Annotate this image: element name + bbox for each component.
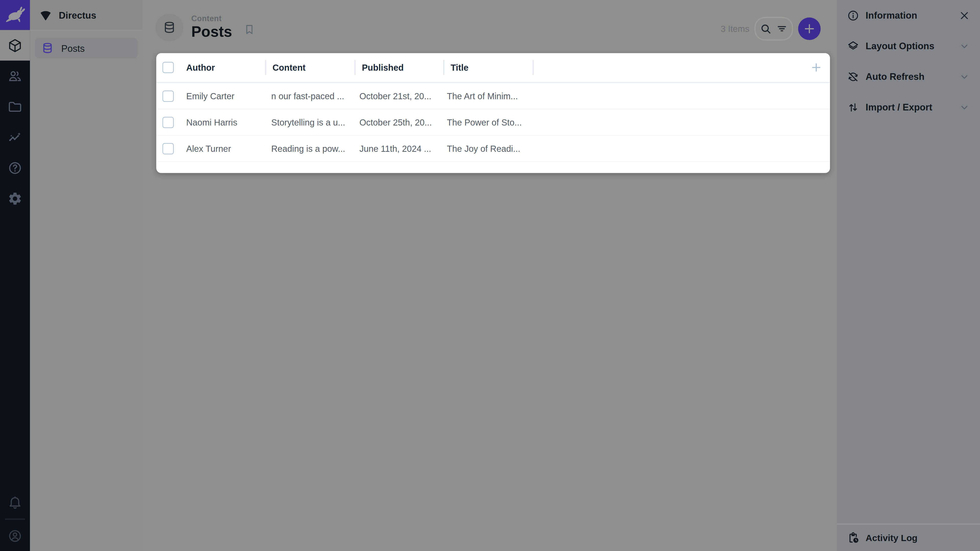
- collection-icon-chip: [156, 14, 183, 41]
- module-bar: [0, 0, 30, 551]
- nav-item-posts[interactable]: Posts: [35, 38, 138, 58]
- add-column-button[interactable]: [802, 61, 830, 74]
- box-icon: [7, 38, 22, 53]
- users-icon: [7, 68, 22, 83]
- activity-log-label: Activity Log: [865, 533, 918, 543]
- rabbit-logo-icon: [4, 4, 26, 26]
- bell-icon: [7, 495, 22, 510]
- filter-icon[interactable]: [776, 22, 788, 35]
- row-checkbox[interactable]: [162, 117, 174, 128]
- cell-author: Naomi Harris: [180, 117, 265, 127]
- items-count: 3 Items: [721, 24, 749, 34]
- table-row[interactable]: Alex TurnerReading is a pow...June 11th,…: [156, 135, 830, 162]
- cell-published: October 21st, 20...: [353, 91, 441, 101]
- sidebar-section-information[interactable]: Information: [837, 0, 980, 30]
- account-circle-icon: [7, 529, 22, 544]
- bookmark-icon[interactable]: [243, 23, 256, 36]
- table-row[interactable]: Naomi HarrisStorytelling is a u...Octobe…: [156, 110, 830, 136]
- cell-author: Emily Carter: [180, 91, 265, 101]
- select-all-checkbox[interactable]: [162, 62, 174, 73]
- plus-icon: [810, 61, 822, 74]
- chevron-down-icon: [959, 102, 970, 113]
- search-filter-pill: [754, 17, 793, 41]
- table-row[interactable]: Emily Cartern our fast-paced ...October …: [156, 83, 830, 110]
- database-icon: [41, 42, 54, 54]
- plus-icon: [802, 22, 816, 36]
- search-icon[interactable]: [759, 22, 772, 35]
- breadcrumb: Content: [191, 14, 232, 23]
- cell-content: n our fast-paced ...: [265, 91, 353, 101]
- column-header-author[interactable]: Author: [180, 62, 265, 73]
- cell-author: Alex Turner: [180, 143, 265, 153]
- settings-icon: [7, 191, 22, 206]
- clipboard-clock-icon: [847, 532, 859, 544]
- column-header-title[interactable]: Title: [443, 60, 532, 75]
- table-body: Emily Cartern our fast-paced ...October …: [156, 83, 830, 162]
- sidebar-section-layout-options[interactable]: Layout Options: [837, 30, 980, 61]
- cell-title: The Power of Sto...: [441, 117, 529, 127]
- column-header-content[interactable]: Content: [265, 60, 354, 75]
- table-header-row: AuthorContentPublishedTitle: [156, 53, 830, 83]
- sidebar-section-auto-refresh[interactable]: Auto Refresh: [837, 61, 980, 92]
- sidebar: Information Layout OptionsAuto RefreshIm…: [837, 0, 980, 551]
- project-header[interactable]: Directus: [30, 0, 143, 30]
- page-title: Posts: [191, 24, 232, 41]
- sidebar-section-label: Auto Refresh: [865, 71, 953, 82]
- column-header-published[interactable]: Published: [355, 60, 443, 75]
- cell-title: The Art of Minim...: [441, 91, 529, 101]
- add-item-button[interactable]: [798, 17, 821, 40]
- sidebar-spacer: [837, 122, 980, 524]
- row-checkbox[interactable]: [162, 143, 174, 154]
- nav-items: Posts: [30, 30, 143, 65]
- cell-published: June 11th, 2024 ...: [353, 143, 441, 153]
- module-settings[interactable]: [0, 183, 30, 214]
- module-content[interactable]: [0, 30, 30, 61]
- cell-content: Storytelling is a u...: [265, 117, 353, 127]
- navigation-panel: Directus Posts: [30, 0, 143, 551]
- chevron-down-icon: [959, 40, 970, 52]
- chevron-down-icon: [959, 71, 970, 82]
- module-list: [0, 30, 30, 214]
- sidebar-section-label: Import / Export: [865, 102, 953, 113]
- row-check-cell: [156, 143, 180, 154]
- project-logo-icon: [39, 8, 52, 22]
- row-check-cell: [156, 117, 180, 128]
- close-icon[interactable]: [959, 10, 970, 21]
- items-table-card: AuthorContentPublishedTitle Emily Carter…: [156, 53, 830, 173]
- swap-vert-icon: [847, 101, 859, 114]
- module-bar-divider: [5, 519, 25, 520]
- cell-content: Reading is a pow...: [265, 143, 353, 153]
- folder-icon: [7, 99, 22, 114]
- module-users[interactable]: [0, 61, 30, 91]
- module-insights[interactable]: [0, 122, 30, 152]
- activity-log-button[interactable]: Activity Log: [837, 524, 980, 551]
- database-icon: [162, 21, 177, 35]
- cell-title: The Joy of Readi...: [441, 143, 529, 153]
- row-check-cell: [156, 90, 180, 102]
- table-header-columns: AuthorContentPublishedTitle: [180, 60, 532, 75]
- sync-disabled-icon: [847, 70, 859, 83]
- notifications-button[interactable]: [0, 487, 30, 517]
- table-header-check-cell: [156, 62, 180, 73]
- help-icon: [7, 160, 22, 175]
- cell-published: October 25th, 20...: [353, 117, 441, 127]
- insights-icon: [7, 130, 22, 144]
- screen: Directus Posts Content Posts 3 Items: [0, 0, 980, 551]
- sidebar-section-label: Information: [865, 10, 953, 21]
- sidebar-section-import-export[interactable]: Import / Export: [837, 92, 980, 122]
- page-header: Content Posts 3 Items: [142, 0, 837, 53]
- row-checkbox[interactable]: [162, 90, 174, 102]
- directus-logo[interactable]: [0, 0, 30, 30]
- table-header-filler: [533, 60, 803, 75]
- module-files[interactable]: [0, 91, 30, 122]
- sidebar-sections: Layout OptionsAuto RefreshImport / Expor…: [837, 30, 980, 122]
- account-button[interactable]: [0, 521, 30, 551]
- module-help[interactable]: [0, 152, 30, 183]
- layers-icon: [847, 40, 859, 52]
- sidebar-section-label: Layout Options: [865, 41, 953, 51]
- info-icon: [847, 9, 859, 22]
- project-name: Directus: [59, 10, 96, 21]
- nav-item-label: Posts: [61, 43, 85, 54]
